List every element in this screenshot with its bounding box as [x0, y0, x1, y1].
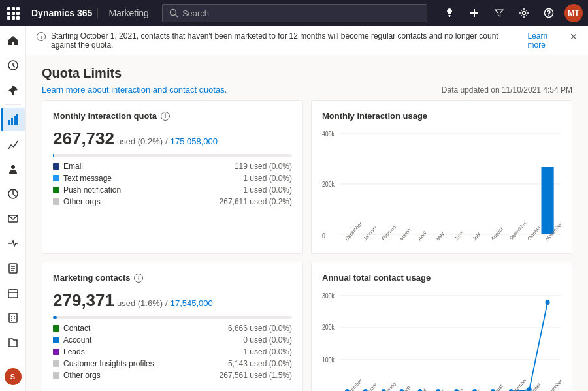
settings-icon[interactable] — [515, 4, 533, 22]
legend-item-push: Push notification 1 used (0.0%) — [53, 185, 292, 195]
svg-text:0: 0 — [322, 232, 325, 240]
add-icon[interactable] — [465, 4, 483, 22]
module-name: Marketing — [103, 8, 148, 18]
svg-rect-15 — [9, 313, 17, 322]
monthly-interaction-separator: / — [165, 136, 168, 146]
svg-text:i: i — [41, 34, 42, 40]
legend-item-email: Email 119 used (0.0%) — [53, 162, 292, 171]
sidebar-item-contacts[interactable] — [1, 157, 25, 181]
legend-item-leads: Leads 1 used (0.0%) — [53, 347, 292, 356]
search-box[interactable] — [162, 4, 427, 22]
svg-text:May: May — [435, 230, 445, 242]
sidebar-item-assets[interactable] — [1, 331, 25, 354]
marketing-contacts-info[interactable]: i — [134, 274, 143, 283]
svg-point-67 — [546, 300, 550, 305]
annual-contact-chart-card: Annual total contact usage 300k 200k 100… — [311, 262, 572, 391]
monthly-interaction-bar — [53, 154, 292, 157]
svg-text:September: September — [508, 377, 528, 391]
search-icon — [169, 8, 178, 18]
sidebar-item-forms[interactable] — [1, 257, 25, 280]
svg-text:December: December — [344, 377, 363, 391]
svg-text:June: June — [453, 229, 465, 242]
sidebar-item-emails[interactable] — [1, 207, 25, 230]
sidebar-item-journeys[interactable] — [1, 232, 25, 255]
monthly-interaction-legend: Email 119 used (0.0%) Text message 1 use… — [53, 162, 292, 206]
banner-text: Starting October 1, 2021, contacts that … — [51, 31, 522, 50]
sidebar-item-user[interactable]: S — [1, 365, 25, 388]
sidebar-item-home[interactable] — [1, 29, 25, 52]
sidebar-item-recent[interactable] — [1, 54, 25, 77]
sidebar: S — [0, 26, 26, 391]
sidebar-item-surveys[interactable] — [1, 306, 25, 330]
data-updated-label: Data updated on 11/10/2021 4:54 PM — [442, 86, 572, 95]
page-title: Quota Limits — [42, 66, 572, 81]
user-avatar[interactable]: MT — [564, 4, 583, 22]
svg-text:October: October — [527, 224, 542, 242]
brand-name: Dynamics 365 — [31, 8, 92, 18]
svg-text:August: August — [490, 225, 504, 242]
monthly-interaction-chart-card: Monthly interaction usage 400k 200k 0 — [311, 100, 572, 254]
svg-text:200k: 200k — [322, 181, 335, 188]
lightbulb-icon[interactable] — [440, 4, 459, 22]
interaction-chart-svg: 400k 200k 0 — [322, 129, 561, 243]
svg-text:200k: 200k — [322, 324, 335, 331]
legend-item-account: Account 0 used (0.0%) — [53, 336, 292, 345]
svg-text:400k: 400k — [322, 131, 335, 138]
svg-rect-35 — [542, 167, 554, 234]
svg-text:February: February — [381, 223, 398, 242]
topnav: Dynamics 365 Marketing MT — [0, 0, 588, 26]
svg-text:November: November — [544, 377, 561, 391]
legend-item-other-orgs-interaction: Other orgs 267,611 used (0.2%) — [53, 197, 292, 206]
marketing-contacts-used: used (1.6%) — [117, 298, 163, 308]
banner-link[interactable]: Learn more — [527, 31, 564, 50]
marketing-contacts-separator: / — [165, 298, 168, 308]
contact-chart-area: 300k 200k 100k 0 — [322, 290, 561, 391]
page-content: i Starting October 1, 2021, contacts tha… — [26, 26, 588, 391]
page-subtitle: Learn more about interaction and contact… — [42, 85, 572, 95]
legend-item-ci-profiles: Customer Insights profiles 5,143 used (0… — [53, 359, 292, 368]
cards-grid: Monthly interaction quota i 267,732 used… — [26, 100, 588, 391]
topnav-actions: MT — [440, 4, 583, 22]
sidebar-item-insights[interactable] — [1, 108, 25, 131]
contact-chart-svg: 300k 200k 100k 0 — [322, 290, 561, 391]
quota-learn-more-link[interactable]: Learn more about interaction and contact… — [42, 85, 227, 95]
sidebar-divider — [5, 104, 21, 105]
svg-line-1 — [175, 15, 178, 18]
annual-contact-chart-title: Annual total contact usage — [322, 273, 561, 283]
legend-item-other-orgs-contacts: Other orgs 267,561 used (1.5%) — [53, 371, 292, 380]
main-layout: S i Starting October 1, 2021, contacts t… — [0, 26, 588, 391]
svg-point-2 — [523, 12, 526, 15]
svg-rect-7 — [11, 118, 13, 125]
sidebar-item-segments[interactable] — [1, 182, 25, 206]
info-banner: i Starting October 1, 2021, contacts tha… — [26, 26, 588, 55]
waffle-menu[interactable] — [5, 5, 21, 21]
sidebar-item-events[interactable] — [1, 281, 25, 305]
monthly-interaction-title: Monthly interaction quota i — [53, 111, 292, 121]
search-input[interactable] — [182, 8, 420, 18]
svg-text:April: April — [417, 230, 427, 242]
monthly-interaction-info[interactable]: i — [161, 112, 170, 121]
svg-rect-6 — [8, 120, 10, 125]
sidebar-item-analytics[interactable] — [1, 133, 25, 156]
brand-title[interactable]: Dynamics 365 — [26, 8, 98, 18]
svg-text:September: September — [508, 219, 528, 242]
banner-close-button[interactable]: ✕ — [570, 31, 578, 42]
interaction-chart-area: 400k 200k 0 — [322, 129, 561, 243]
monthly-interaction-chart-title: Monthly interaction usage — [322, 111, 561, 121]
monthly-interaction-card: Monthly interaction quota i 267,732 used… — [42, 100, 303, 254]
help-icon[interactable] — [540, 4, 558, 22]
sidebar-avatar: S — [5, 368, 22, 385]
svg-text:July: July — [472, 230, 482, 242]
marketing-contacts-bar-fill — [53, 316, 57, 319]
monthly-interaction-bar-fill — [53, 154, 54, 157]
filter-icon[interactable] — [490, 4, 508, 22]
svg-text:300k: 300k — [322, 292, 335, 300]
marketing-contacts-number: 279,371 — [53, 290, 114, 311]
marketing-contacts-bar — [53, 316, 292, 319]
marketing-contacts-total: 17,545,000 — [171, 298, 213, 308]
sidebar-item-pinned[interactable] — [1, 78, 25, 102]
svg-point-4 — [548, 15, 549, 16]
svg-point-10 — [11, 165, 15, 169]
info-icon: i — [37, 32, 46, 41]
marketing-contacts-legend: Contact 6,666 used (0.0%) Account 0 used… — [53, 324, 292, 380]
